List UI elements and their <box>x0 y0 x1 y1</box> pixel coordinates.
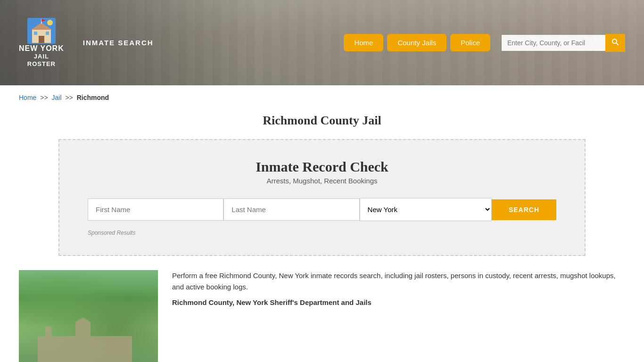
first-name-input[interactable] <box>88 198 223 221</box>
last-name-input[interactable] <box>223 198 359 221</box>
header-search-bar <box>502 34 625 52</box>
record-check-title: Inmate Record Check <box>88 159 556 175</box>
description-area: Perform a free Richmond County, New York… <box>172 270 625 362</box>
facility-image <box>19 270 158 362</box>
sponsored-results-label: Sponsored Results <box>88 230 556 236</box>
police-nav-button[interactable]: Police <box>450 34 490 51</box>
description-text: Perform a free Richmond County, New York… <box>172 270 625 293</box>
inmate-search-form: AlabamaAlaskaArizonaArkansasCaliforniaCo… <box>88 198 556 221</box>
breadcrumb: Home >> Jail >> Richmond <box>0 85 644 110</box>
svg-rect-6 <box>46 32 49 35</box>
header-search-input[interactable] <box>502 35 605 51</box>
search-icon <box>611 38 619 46</box>
breadcrumb-sep2: >> <box>65 94 73 101</box>
svg-rect-5 <box>34 32 37 35</box>
logo-icon <box>27 18 56 44</box>
breadcrumb-home-link[interactable]: Home <box>19 94 36 101</box>
breadcrumb-current: Richmond <box>77 94 109 101</box>
home-nav-button[interactable]: Home <box>344 34 383 51</box>
state-select[interactable]: AlabamaAlaskaArizonaArkansasCaliforniaCo… <box>360 198 492 221</box>
inmate-search-label: INMATE SEARCH <box>83 39 154 47</box>
nav-area: Home County Jails Police <box>344 34 625 52</box>
description-subheading: Richmond County, New York Sheriff's Depa… <box>172 298 625 306</box>
svg-rect-4 <box>39 36 44 43</box>
bottom-section: Perform a free Richmond County, New York… <box>19 270 625 362</box>
record-check-subtitle: Arrests, Mugshot, Recent Bookings <box>88 177 556 185</box>
record-check-container: Inmate Record Check Arrests, Mugshot, Re… <box>58 139 586 256</box>
search-button[interactable]: SEARCH <box>492 199 556 220</box>
svg-point-9 <box>612 39 617 43</box>
svg-line-10 <box>616 43 619 45</box>
breadcrumb-jail-link[interactable]: Jail <box>52 94 62 101</box>
breadcrumb-sep1: >> <box>40 94 48 101</box>
page-title: Richmond County Jail <box>0 114 644 128</box>
facility-image-bg <box>19 270 158 362</box>
header: NEW YORK JAIL ROSTER INMATE SEARCH Home … <box>0 0 644 85</box>
header-search-button[interactable] <box>605 34 625 52</box>
svg-point-1 <box>47 20 53 25</box>
logo-text: NEW YORK JAIL ROSTER <box>19 44 64 67</box>
county-jails-nav-button[interactable]: County Jails <box>387 34 446 51</box>
logo-area: NEW YORK JAIL ROSTER <box>19 18 64 67</box>
